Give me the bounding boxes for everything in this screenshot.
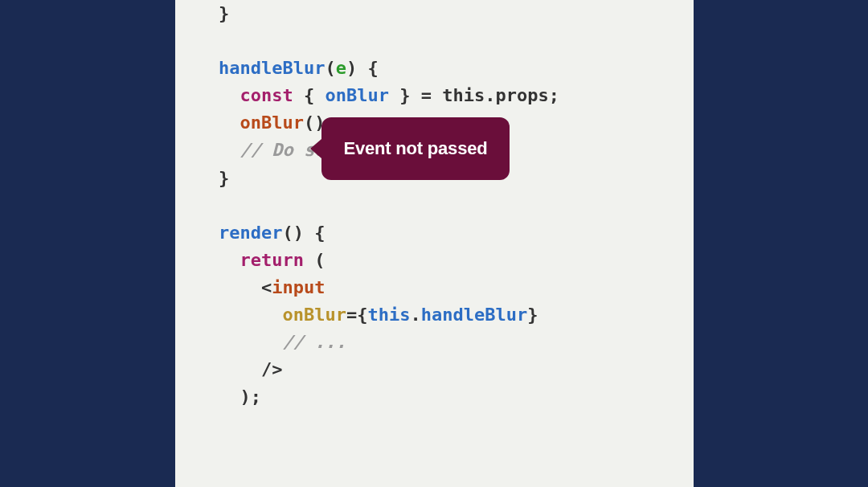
code-line: ); [198,383,671,411]
brace-close: } [219,3,229,23]
punct: () [282,223,314,243]
code-line [198,27,671,55]
comment: // ... [282,332,346,352]
punct: ( [304,250,326,270]
dot: . [410,305,420,325]
tag-name: input [272,277,325,297]
tag-close: /> [261,359,283,379]
punct: } = this.props; [389,85,559,105]
tooltip-text: Event not passed [344,138,488,158]
call-expr: onBlur [240,113,303,133]
code-line: onBlur={this.handleBlur} [198,301,671,329]
code-line: const { onBlur } = this.props; [198,82,671,109]
code-line: /> [198,356,671,383]
code-editor-panel: } handleBlur(e) { const { onBlur } = thi… [175,0,694,487]
keyword-return: return [240,250,303,270]
identifier: onBlur [325,85,388,105]
function-name: render [219,223,282,243]
keyword-const: const [240,85,293,105]
code-line [198,192,671,219]
punct: ); [240,387,261,407]
brace-open: { [367,58,378,78]
brace-close: } [219,168,229,188]
tag-open: < [261,277,272,297]
punct: { [293,85,326,105]
code-line: <input [198,274,671,301]
code-line: } [198,0,671,27]
code-line: // ... [198,329,671,356]
punct: = [346,305,357,325]
param: e [336,58,346,78]
brace-open: { [314,223,325,243]
function-name: handleBlur [219,58,325,78]
tooltip-warning: Event not passed [321,117,510,180]
brace: { [357,305,367,325]
code-line: return ( [198,247,671,274]
prop: handleBlur [421,305,527,325]
brace: } [527,305,538,325]
attr-name: onBlur [282,305,346,325]
this-kw: this [367,305,410,325]
paren: ( [325,58,335,78]
code-line: render() { [198,219,671,247]
paren: ) [346,58,368,78]
code-line: handleBlur(e) { [198,55,671,82]
